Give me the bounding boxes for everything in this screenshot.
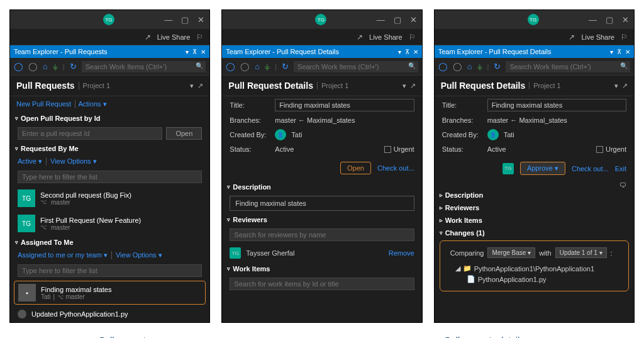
maximize-button[interactable]: ▢ xyxy=(394,15,401,25)
workitems-header[interactable]: Work Items xyxy=(435,214,634,227)
reviewers-header[interactable]: Reviewers xyxy=(222,213,421,226)
assigned-to-me-header[interactable]: Assigned To Me xyxy=(10,236,209,249)
filter-input-2[interactable] xyxy=(18,264,202,277)
approve-button[interactable]: Approve ▾ xyxy=(520,162,565,175)
pr-item[interactable]: TG Second pull request (Bug Fix) master xyxy=(10,186,209,211)
minimize-button[interactable]: — xyxy=(377,15,385,25)
description-header[interactable]: Description xyxy=(222,181,421,193)
maximize-button[interactable]: ▢ xyxy=(181,15,189,25)
window-titlebar: TG — ▢ ✕ xyxy=(222,10,421,29)
home-icon[interactable]: ⌂ xyxy=(467,62,472,71)
user-avatar[interactable]: TG xyxy=(528,14,539,25)
open-button[interactable]: Open xyxy=(166,127,202,140)
menu-icon[interactable]: ▾ xyxy=(190,82,194,90)
close-button[interactable]: ✕ xyxy=(622,15,629,25)
popout-icon[interactable]: ↗ xyxy=(197,82,203,90)
feedback-icon[interactable]: ⚐ xyxy=(409,33,416,42)
home-icon[interactable]: ⌂ xyxy=(255,62,260,71)
home-icon[interactable]: ⌂ xyxy=(43,62,48,71)
share-icon[interactable]: ↗ xyxy=(145,33,151,42)
close-icon[interactable]: ✕ xyxy=(201,48,206,55)
back-icon[interactable]: ◯ xyxy=(438,62,448,71)
pr-item[interactable]: TG First Pull Request (New Feature) mast… xyxy=(10,211,209,236)
merge-base-dropdown[interactable]: Merge Base ▾ xyxy=(487,247,535,258)
dropdown-icon[interactable]: ▾ xyxy=(186,48,189,55)
search-input[interactable] xyxy=(294,61,418,72)
plug-icon[interactable]: ⏚ xyxy=(265,62,270,71)
checkout-link[interactable]: Check out... xyxy=(377,164,414,172)
user-avatar[interactable]: TG xyxy=(315,14,326,25)
liveshare-label[interactable]: Live Share xyxy=(581,33,614,41)
creator-avatar: 👤 xyxy=(487,129,499,140)
user-avatar[interactable]: TG xyxy=(103,14,114,25)
feedback-icon[interactable]: ⚐ xyxy=(196,33,203,42)
forward-icon[interactable]: ◯ xyxy=(28,62,38,71)
description-header[interactable]: Description xyxy=(435,189,634,201)
maximize-button[interactable]: ▢ xyxy=(606,15,613,25)
reviewer-row: TG Taysser Gherfal Remove xyxy=(222,244,421,262)
close-button[interactable]: ✕ xyxy=(197,15,204,25)
workitem-search[interactable] xyxy=(230,278,414,290)
title-input[interactable] xyxy=(275,99,414,111)
tree-folder[interactable]: ◢📁PythonApplication1\PythonApplication1 xyxy=(455,263,613,274)
open-button[interactable]: Open xyxy=(340,162,371,174)
checkout-link[interactable]: Check out... xyxy=(572,165,609,172)
back-icon[interactable]: ◯ xyxy=(14,62,23,71)
reviewer-search[interactable] xyxy=(230,228,414,241)
urgent-checkbox[interactable] xyxy=(596,146,603,153)
page-title: Pull Request Details xyxy=(228,81,313,91)
status-value: Active xyxy=(275,145,294,153)
liveshare-label[interactable]: Live Share xyxy=(157,33,191,41)
open-by-id-header[interactable]: Open Pull Request by Id xyxy=(10,112,209,125)
share-icon[interactable]: ↗ xyxy=(357,33,363,42)
new-pr-link[interactable]: New Pull Request xyxy=(16,100,75,108)
plug-icon[interactable]: ⏚ xyxy=(53,62,58,71)
remove-link[interactable]: Remove xyxy=(389,249,414,257)
assigned-filter[interactable]: Assigned to me or my team ▾ xyxy=(18,251,112,259)
refresh-icon[interactable]: ↻ xyxy=(70,62,77,71)
changes-header[interactable]: Changes (1) xyxy=(435,227,634,239)
comment-icon[interactable]: 🗨 xyxy=(619,181,626,189)
branches-value: master ← Maximal_states xyxy=(275,116,355,124)
view-options[interactable]: View Options ▾ xyxy=(116,251,162,259)
title-input[interactable] xyxy=(487,99,626,111)
liveshare-label[interactable]: Live Share xyxy=(369,33,402,41)
filter-input[interactable] xyxy=(18,171,202,183)
refresh-icon[interactable]: ↻ xyxy=(494,62,501,71)
close-button[interactable]: ✕ xyxy=(410,15,417,25)
action-links: New Pull Request Actions ▾ xyxy=(10,96,209,112)
pr-item[interactable]: Updated PythonApplication1.py xyxy=(10,306,209,322)
reviewer-name: Taysser Gherfal xyxy=(246,249,294,257)
update-dropdown[interactable]: Update 1 of 1 ▾ xyxy=(555,247,607,258)
exit-link[interactable]: Exit xyxy=(615,165,626,172)
active-filter[interactable]: Active ▾ xyxy=(18,157,47,166)
urgent-checkbox[interactable] xyxy=(384,146,391,153)
requested-by-me-header[interactable]: Requested By Me xyxy=(10,142,209,155)
actions-dropdown[interactable]: Actions ▾ xyxy=(78,100,106,108)
search-input[interactable] xyxy=(82,61,206,72)
reviewers-header[interactable]: Reviewers xyxy=(435,201,634,214)
back-icon[interactable]: ◯ xyxy=(226,62,235,71)
tab-title: Team Explorer - Pull Requests xyxy=(14,48,108,55)
pr-title: First Pull Request (New Feature) xyxy=(40,217,141,224)
changes-box: Comparing Merge Base ▾ with Update 1 of … xyxy=(440,240,629,291)
pr-item-selected[interactable]: ▪ Finding maximal states Tati | master xyxy=(14,281,206,305)
forward-icon[interactable]: ◯ xyxy=(453,62,462,71)
minimize-button[interactable]: — xyxy=(589,15,597,25)
tree-file[interactable]: 📄PythonApplication1.py xyxy=(455,274,613,284)
refresh-icon[interactable]: ↻ xyxy=(282,62,289,71)
creator-name: Tati xyxy=(291,131,302,138)
feedback-icon[interactable]: ⚐ xyxy=(621,33,628,42)
plug-icon[interactable]: ⏚ xyxy=(477,62,482,71)
forward-icon[interactable]: ◯ xyxy=(240,62,250,71)
minimize-button[interactable]: — xyxy=(164,15,172,25)
workitems-header[interactable]: Work Items xyxy=(222,262,421,275)
share-icon[interactable]: ↗ xyxy=(569,33,575,42)
search-input[interactable] xyxy=(506,61,630,72)
project-name: Project 1 xyxy=(317,82,348,89)
pin-icon[interactable]: ⊼ xyxy=(192,48,197,55)
view-options[interactable]: View Options ▾ xyxy=(50,157,97,166)
description-text[interactable]: Finding maximal states xyxy=(230,196,414,211)
pr-id-input[interactable] xyxy=(18,127,162,140)
tab-header: Team Explorer - Pull Request Details ▾⊼✕ xyxy=(222,45,421,58)
